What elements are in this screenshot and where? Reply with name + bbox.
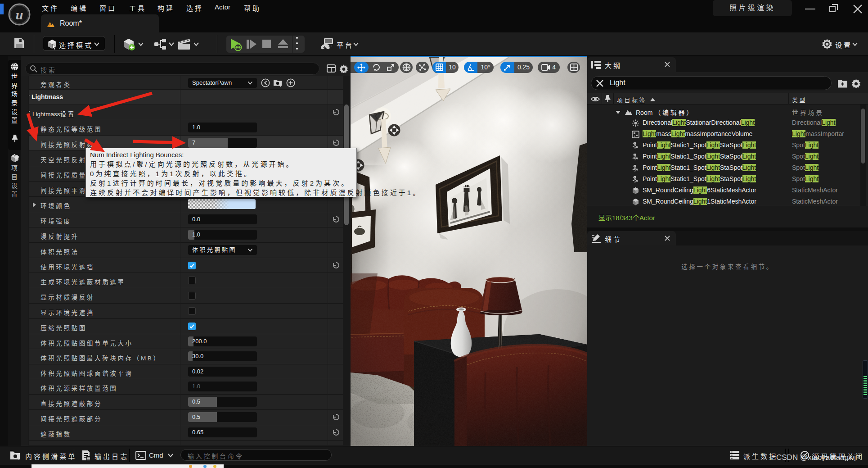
svg-text:u: u: [16, 7, 23, 22]
